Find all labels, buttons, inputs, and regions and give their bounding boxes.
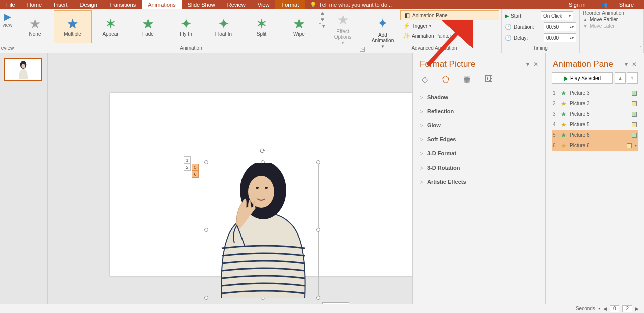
chevron-down-icon[interactable]: ▾ xyxy=(635,143,637,148)
play-selected-button[interactable]: ▶Play Selected xyxy=(552,72,613,84)
anim-none[interactable]: ★None xyxy=(16,10,54,43)
delay-input[interactable]: 00.00▴▾ xyxy=(544,33,576,42)
chevron-down-icon[interactable]: ▾ xyxy=(598,306,600,311)
tab-home[interactable]: Home xyxy=(21,0,48,9)
timeline-end[interactable]: 2 xyxy=(622,305,632,312)
timeline-start[interactable]: 0 xyxy=(610,305,620,312)
slide-thumbnails xyxy=(0,53,48,304)
anim-flyin[interactable]: ✦Fly In xyxy=(167,10,205,43)
anim-tag-5[interactable]: 5 xyxy=(192,164,199,171)
start-select[interactable]: On Click▾ xyxy=(541,11,573,20)
star-icon: ✶ xyxy=(256,17,267,30)
fp-glow[interactable]: ▷Glow xyxy=(413,118,545,132)
tab-format[interactable]: Format xyxy=(275,0,305,9)
anim-wipe[interactable]: ★Wipe xyxy=(280,10,318,43)
animation-pane-button[interactable]: ◧Animation Pane xyxy=(400,10,499,20)
person-icon xyxy=(16,60,31,79)
nav-prev[interactable]: ◀ xyxy=(603,306,607,311)
svg-point-1 xyxy=(21,64,25,68)
tab-slideshow[interactable]: Slide Show xyxy=(182,0,221,9)
fp-shadow[interactable]: ▷Shadow xyxy=(413,90,545,104)
anim-list-item[interactable]: 4★Picture 5 xyxy=(552,119,638,130)
tab-bar: File Home Insert Design Transitions Anim… xyxy=(0,0,644,9)
spinner-icon: ▴▾ xyxy=(570,36,574,40)
tab-review[interactable]: Review xyxy=(221,0,252,9)
share-button[interactable]: 👥 Share xyxy=(591,2,644,8)
duration-input[interactable]: 00.50▴▾ xyxy=(544,22,576,31)
signin-link[interactable]: Sign in xyxy=(564,2,591,8)
gallery-scroll[interactable]: ▲▼‾▼ xyxy=(318,10,327,29)
anim-list-item[interactable]: 5★Picture 6 xyxy=(552,130,638,140)
anim-item-name: Picture 6 xyxy=(570,132,629,138)
advanced-animation-label: Advanced Animation xyxy=(367,45,501,52)
ribbon: ▶ view eview ★None ★Multiple ✶Appear ★Fa… xyxy=(0,9,644,53)
move-later-button[interactable]: ▼Move Later xyxy=(583,23,640,29)
timeline-bar xyxy=(632,133,637,138)
fp-3drotation[interactable]: ▷3-D Rotation xyxy=(413,161,545,175)
fp-softedges[interactable]: ▷Soft Edges xyxy=(413,132,545,146)
anim-split[interactable]: ✶Split xyxy=(243,10,280,43)
star-icon: ✦ xyxy=(218,17,229,30)
animation-pane: Animation Pane ▾✕ ▶Play Selected ▲ ▼ 1★P… xyxy=(545,53,644,304)
anim-list-item[interactable]: 1★Picture 3 xyxy=(552,88,638,98)
pane-dropdown-icon[interactable]: ▾ xyxy=(526,61,529,68)
svg-point-4 xyxy=(248,176,274,208)
tab-transitions[interactable]: Transitions xyxy=(103,0,142,9)
anim-multiple[interactable]: ★Multiple xyxy=(54,10,92,43)
fp-reflection[interactable]: ▷Reflection xyxy=(413,104,545,118)
preview-button[interactable]: ▶ view xyxy=(0,9,15,28)
anim-number: 1 xyxy=(553,90,558,96)
animation-painter-button[interactable]: ✨Animation Painter xyxy=(400,31,499,40)
anim-tag-1[interactable]: 1 xyxy=(184,156,191,164)
rotate-handle[interactable]: ⟳ xyxy=(260,147,266,155)
anim-number: 6 xyxy=(553,143,558,148)
close-icon[interactable]: ✕ xyxy=(533,61,538,68)
slide-thumb-1[interactable] xyxy=(4,58,42,81)
tell-me-search[interactable]: 💡 Tell me what you want to do... xyxy=(305,2,397,8)
dialog-launcher[interactable]: ↘ xyxy=(360,47,365,52)
more-icon: ‾▼ xyxy=(319,23,326,29)
star-icon: ✦ xyxy=(181,17,192,30)
close-icon[interactable]: ✕ xyxy=(632,61,637,68)
picture-icon[interactable]: 🖼 xyxy=(483,74,493,85)
star-icon: ★ xyxy=(293,17,305,30)
collapse-ribbon[interactable]: ˆ xyxy=(640,46,641,52)
effects-icon[interactable]: ⬠ xyxy=(441,74,451,85)
anim-tag-2[interactable]: 2 xyxy=(184,164,191,171)
picture-selection[interactable]: ⟳ xyxy=(206,162,319,298)
play-icon: ▶ xyxy=(564,75,568,81)
move-up-button[interactable]: ▲ xyxy=(615,72,626,84)
brush-icon: ✨ xyxy=(403,32,410,39)
pane-dropdown-icon[interactable]: ▾ xyxy=(625,61,628,68)
effect-options-button[interactable]: ★ Effect Options ▼ xyxy=(327,10,358,45)
fill-line-icon[interactable]: ◇ xyxy=(420,74,430,85)
tab-file[interactable]: File xyxy=(0,0,21,9)
tab-insert[interactable]: Insert xyxy=(48,0,74,9)
seconds-label: Seconds xyxy=(576,306,595,311)
slide-canvas[interactable]: 1 2 5 6 ⟳ xyxy=(48,53,412,304)
anim-tag-6[interactable]: 6 xyxy=(192,171,199,178)
anim-appear[interactable]: ✶Appear xyxy=(92,10,129,43)
delay-label: Delay: xyxy=(514,35,542,41)
trigger-button[interactable]: ⚡Trigger ▾ xyxy=(400,21,499,30)
star-icon: ✶ xyxy=(105,17,116,30)
tab-view[interactable]: View xyxy=(252,0,276,9)
fp-artistic[interactable]: ▷Artistic Effects xyxy=(413,175,545,189)
anim-floatin[interactable]: ✦Float In xyxy=(205,10,243,43)
nav-next[interactable]: ▶ xyxy=(635,306,639,311)
anim-list-item[interactable]: 6★Picture 6▾ xyxy=(552,140,638,151)
fp-3dformat[interactable]: ▷3-D Format xyxy=(413,146,545,161)
move-earlier-button[interactable]: ▲Move Earlier xyxy=(583,17,640,22)
anim-fade[interactable]: ★Fade xyxy=(129,10,167,43)
svg-point-5 xyxy=(256,187,259,189)
anim-list-item[interactable]: 3★Picture 5 xyxy=(552,109,638,119)
move-down-button[interactable]: ▼ xyxy=(627,72,638,84)
tab-animations[interactable]: Animations xyxy=(142,0,181,9)
anim-list-item[interactable]: 2★Picture 3 xyxy=(552,98,638,109)
tab-design[interactable]: Design xyxy=(74,0,103,9)
start-label: Start: xyxy=(511,13,539,19)
animation-gallery[interactable]: ★None ★Multiple ✶Appear ★Fade ✦Fly In ✦F… xyxy=(15,9,367,46)
animation-list: 1★Picture 32★Picture 33★Picture 54★Pictu… xyxy=(546,88,644,151)
size-properties-icon[interactable]: ▦ xyxy=(462,74,472,85)
format-picture-title: Format Picture xyxy=(420,59,475,69)
